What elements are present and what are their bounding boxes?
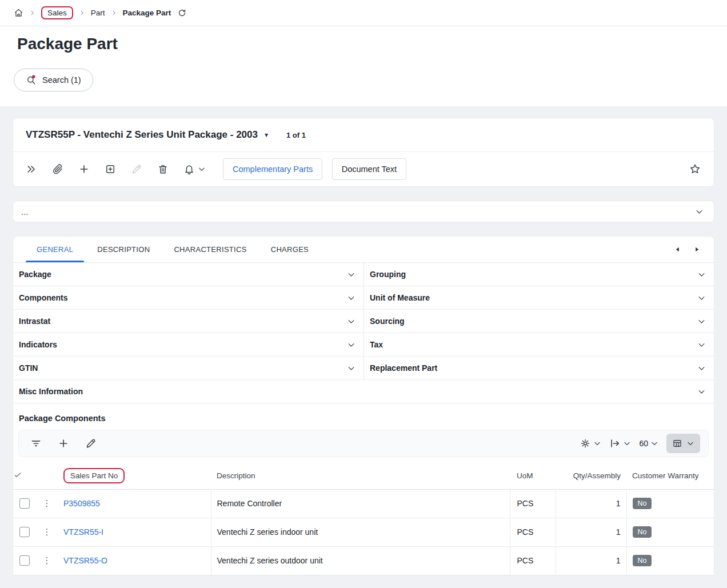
tab-scroll-left-icon[interactable]: [674, 246, 681, 253]
record-header: VTZSR55P - Ventechi Z Series Unit Packag…: [13, 118, 714, 152]
chevron-down-icon[interactable]: [695, 207, 704, 216]
favorite-star-icon[interactable]: [689, 163, 701, 175]
chevron-right-icon: [111, 10, 117, 16]
column-header-uom[interactable]: UoM: [510, 463, 556, 489]
chevron-right-icon: [29, 10, 35, 16]
row-checkbox[interactable]: [19, 498, 30, 509]
column-header-sales-part-no[interactable]: Sales Part No: [63, 468, 125, 483]
chevron-down-icon: [686, 439, 694, 447]
section-gtin[interactable]: GTIN: [13, 357, 364, 380]
notifications-button[interactable]: [183, 163, 206, 175]
chevron-right-icon: [79, 10, 85, 16]
breadcrumb-item-sales[interactable]: Sales: [41, 6, 73, 19]
description-cell: Ventechi Z series indoor unit: [211, 518, 510, 546]
table-toolbar: 60: [18, 430, 709, 457]
view-selector-button[interactable]: [666, 434, 700, 453]
table-settings-button[interactable]: [580, 438, 601, 449]
jump-to-end-button[interactable]: [609, 438, 631, 449]
collapsible-sections: Package Components Intrastat Indicators …: [13, 263, 714, 380]
section-sourcing[interactable]: Sourcing: [364, 310, 714, 333]
section-unit-of-measure[interactable]: Unit of Measure: [364, 286, 714, 310]
chevron-down-icon: [593, 439, 601, 447]
section-misc-information[interactable]: Misc Information: [13, 380, 714, 403]
section-components[interactable]: Components: [13, 286, 364, 310]
page-size-selector[interactable]: 60: [639, 439, 658, 448]
section-label: Misc Information: [19, 387, 83, 396]
qty-assembly-cell: 1: [556, 546, 626, 575]
tab-charges[interactable]: CHARGES: [259, 237, 321, 262]
filter-icon[interactable]: [30, 438, 42, 449]
refresh-icon[interactable]: [178, 9, 186, 17]
section-label: Package: [19, 270, 51, 279]
new-record-icon[interactable]: [78, 163, 90, 175]
table-row[interactable]: ⋮ P3509855 Remote Controller PCS 1 No: [13, 489, 714, 518]
select-all-icon[interactable]: [13, 470, 22, 479]
collapsed-section[interactable]: ...: [13, 201, 714, 222]
section-package[interactable]: Package: [13, 263, 364, 286]
sales-part-no-link[interactable]: VTZSR55-I: [63, 527, 103, 537]
column-header-description[interactable]: Description: [211, 463, 510, 489]
row-checkbox[interactable]: [19, 555, 30, 566]
table-row[interactable]: ⋮ VTZSR55-O Ventechi Z series outdoor un…: [13, 546, 714, 575]
package-components-title: Package Components: [19, 414, 714, 423]
table-view-icon: [672, 438, 682, 449]
record-dropdown-icon[interactable]: ▾: [265, 131, 268, 139]
search-button-label: Search (1): [42, 75, 81, 85]
add-row-icon[interactable]: [58, 438, 69, 449]
column-header-customer-warranty[interactable]: Customer Warranty: [626, 463, 714, 489]
description-cell: Ventechi Z series outdoor unit: [211, 546, 510, 575]
row-menu-icon[interactable]: ⋮: [43, 527, 51, 537]
sales-part-no-link[interactable]: P3509855: [63, 499, 100, 508]
section-label: GTIN: [19, 363, 38, 373]
page-header: Package Part Search (1): [0, 26, 727, 106]
record-toolbar: Complementary Parts Document Text: [13, 152, 714, 186]
document-text-button[interactable]: Document Text: [332, 158, 406, 180]
customer-warranty-badge: No: [633, 498, 652, 509]
chevron-down-icon: [347, 270, 355, 279]
section-label: Tax: [370, 340, 383, 349]
home-icon[interactable]: [14, 8, 23, 18]
row-menu-icon[interactable]: ⋮: [43, 498, 51, 508]
complementary-parts-button[interactable]: Complementary Parts: [223, 158, 322, 180]
customer-warranty-badge: No: [633, 526, 652, 538]
record-title: VTZSR55P - Ventechi Z Series Unit Packag…: [26, 129, 258, 141]
search-button[interactable]: Search (1): [14, 69, 93, 91]
section-label: Replacement Part: [370, 363, 437, 373]
tab-characteristics[interactable]: CHARACTERISTICS: [162, 237, 258, 262]
page-size-value: 60: [639, 439, 648, 448]
tab-general[interactable]: GENERAL: [25, 237, 85, 262]
expand-toolbar-icon[interactable]: [26, 163, 37, 175]
uom-cell: PCS: [510, 518, 556, 546]
section-indicators[interactable]: Indicators: [13, 333, 364, 357]
section-tax[interactable]: Tax: [364, 333, 714, 357]
table-row[interactable]: ⋮ VTZSR55-I Ventechi Z series indoor uni…: [13, 518, 714, 546]
row-menu-icon[interactable]: ⋮: [43, 555, 51, 565]
sales-part-no-link[interactable]: VTZSR55-O: [63, 556, 107, 565]
chevron-down-icon: [347, 341, 355, 349]
delete-record-icon[interactable]: [157, 163, 169, 175]
section-label: Unit of Measure: [370, 293, 430, 302]
breadcrumb-item-part[interactable]: Part: [91, 9, 105, 17]
search-icon: [26, 74, 37, 86]
table-header-row: Sales Part No Description UoM Qty/Assemb…: [13, 463, 714, 489]
tab-description[interactable]: DESCRIPTION: [85, 237, 162, 262]
edit-record-icon[interactable]: [131, 163, 142, 175]
row-checkbox[interactable]: [19, 527, 30, 537]
edit-row-icon[interactable]: [85, 438, 97, 449]
breadcrumb: Sales Part Package Part: [0, 0, 727, 26]
collapsed-section-label: ...: [21, 207, 29, 217]
chevron-down-icon: [650, 439, 658, 447]
section-grouping[interactable]: Grouping: [364, 263, 714, 286]
description-cell: Remote Controller: [211, 489, 510, 518]
chevron-down-icon: [198, 165, 206, 173]
chevron-down-icon: [623, 439, 631, 447]
detail-card: GENERAL DESCRIPTION CHARACTERISTICS CHAR…: [13, 236, 714, 576]
attachments-icon[interactable]: [52, 163, 63, 175]
tab-scroll-right-icon[interactable]: [694, 246, 700, 253]
customer-warranty-badge: No: [633, 555, 652, 566]
section-replacement-part[interactable]: Replacement Part: [364, 357, 714, 380]
column-header-qty-assembly[interactable]: Qty/Assembly: [556, 463, 626, 489]
chevron-down-icon: [697, 317, 706, 326]
duplicate-record-icon[interactable]: [105, 163, 116, 175]
section-intrastat[interactable]: Intrastat: [13, 310, 364, 333]
